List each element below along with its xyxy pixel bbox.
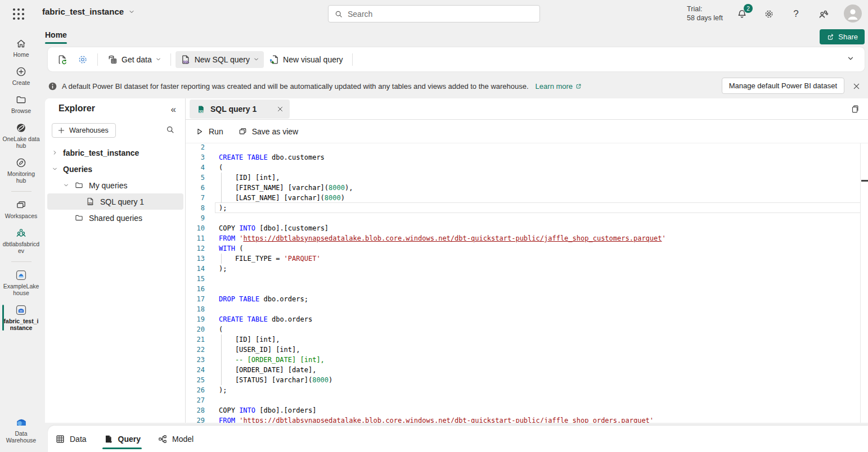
feedback-icon [817, 8, 829, 20]
copy-icon[interactable] [850, 104, 860, 114]
code-url-link[interactable]: https://dbtlabsynapsedatalake.blob.core.… [243, 417, 649, 423]
tab-sql-query-1[interactable]: SQL SQL query 1 [190, 100, 290, 119]
ribbon-tab-row: Home Share [0, 27, 868, 47]
rail-item-browse[interactable]: Browse [0, 90, 42, 118]
tab-home[interactable]: Home [45, 30, 67, 44]
share-icon [826, 33, 835, 41]
toolbar-expand-chevron[interactable] [847, 55, 854, 62]
rail-item-onelake-data-hub[interactable]: OneLake data hub [0, 118, 42, 153]
toolbar-divider [97, 53, 98, 66]
code-line [219, 274, 860, 284]
rail-item-monitoring-hub[interactable]: Monitoring hub [0, 153, 42, 188]
tree-item-sql-query-1[interactable]: SQLSQL query 1 [47, 193, 183, 210]
help-button[interactable]: ? [789, 7, 803, 21]
close-tab-icon[interactable] [276, 105, 284, 113]
question-icon: ? [793, 8, 798, 20]
tree-item-fabric-test-instance[interactable]: fabric_test_instance [45, 144, 186, 161]
rail-item-examplelakehouse[interactable]: ExampleLakehouse [0, 265, 42, 300]
data-grid-icon [55, 434, 65, 444]
query-tab-bar: SQL SQL query 1 [186, 98, 868, 120]
line-number: 26 [186, 385, 205, 395]
rail-item-label: OneLake data hub [2, 135, 40, 149]
banner-close-icon[interactable] [850, 80, 862, 92]
code-url-link[interactable]: https://dbtlabsynapsedatalake.blob.core.… [243, 234, 662, 242]
workspace-name: fabric_test_instance [42, 7, 124, 16]
rail-item-label: Home [13, 51, 29, 58]
rail-item-label: fabric_test_instance [2, 318, 40, 331]
chevron-right-icon[interactable] [51, 150, 59, 156]
rail-item-workspaces[interactable]: Workspaces [0, 195, 42, 223]
database-icon [107, 54, 118, 65]
chevron-down-icon[interactable] [51, 166, 59, 172]
account-avatar[interactable] [844, 4, 862, 22]
rail-item-home[interactable]: Home [0, 34, 42, 62]
sql-code-editor[interactable]: 2345678910111213141516171819202122232425… [186, 143, 868, 423]
new-warehouse-button[interactable]: Warehouses [52, 123, 116, 138]
rail-divider [11, 191, 32, 192]
line-number: 4 [186, 162, 205, 173]
search-input[interactable]: Search [328, 5, 540, 22]
search-icon [334, 10, 343, 19]
notifications-button[interactable]: 2 [735, 7, 749, 21]
line-number: 14 [186, 264, 205, 274]
sql-file-green-icon: SQL [196, 105, 206, 114]
rail-item-fabric-test-instance[interactable]: fabric_test_instance [0, 300, 42, 335]
tree-item-my-queries[interactable]: My queries [45, 177, 186, 193]
rail-item-label: Data Warehouse [2, 430, 40, 444]
query-command-bar: Run Save as view [186, 120, 868, 143]
new-sql-query-button[interactable]: SQL New SQL query [176, 51, 264, 68]
manage-default-dataset-button[interactable]: Manage default Power BI dataset [722, 78, 844, 94]
banner-message: A default Power BI dataset for faster re… [62, 82, 529, 91]
save-as-view-button[interactable]: Save as view [238, 126, 298, 136]
rail-item-data-warehouse[interactable]: Data Warehouse [0, 411, 42, 448]
workspace-switcher[interactable]: fabric_test_instance [42, 7, 135, 16]
view-switcher-bar: Data Query Model [48, 426, 868, 452]
line-number: 13 [186, 254, 205, 264]
chevron-down-icon[interactable] [62, 182, 70, 188]
trial-status: Trial: 58 days left [687, 4, 723, 22]
line-number: 7 [186, 193, 205, 203]
browse-icon [15, 94, 27, 106]
view-tab-query[interactable]: Query [104, 426, 141, 452]
line-number: 2 [186, 143, 205, 152]
collapse-panel-icon[interactable]: « [171, 104, 176, 115]
code-line: ( [219, 162, 860, 173]
rail-item-label: Workspaces [5, 213, 38, 219]
feedback-button[interactable] [816, 7, 830, 21]
rail-item-create[interactable]: Create [0, 62, 42, 90]
line-number: 22 [186, 345, 205, 355]
code-line [219, 213, 860, 223]
learn-more-link[interactable]: Learn more [536, 82, 582, 91]
gear-icon [763, 8, 775, 20]
new-visual-query-button[interactable]: New visual query [264, 51, 348, 68]
ribbon-toolbar: Get data SQL New SQL query New visual qu… [48, 47, 865, 71]
line-number: 19 [186, 314, 205, 324]
refresh-document-icon [57, 54, 68, 65]
line-number: 29 [186, 415, 205, 423]
line-number: 17 [186, 294, 205, 304]
tree-item-label: Shared queries [89, 214, 142, 223]
tree-item-label: SQL query 1 [100, 197, 144, 206]
view-tab-data[interactable]: Data [55, 426, 87, 452]
run-button[interactable]: Run [195, 127, 223, 136]
create-icon [15, 66, 27, 78]
code-line: -- [ORDER_DATE] [int], [219, 355, 860, 365]
tree-item-queries[interactable]: Queries [45, 161, 186, 177]
view-tab-model[interactable]: Model [158, 426, 194, 452]
code-line: FILE_TYPE = 'PARQUET' [219, 254, 860, 264]
plus-icon [57, 126, 65, 134]
share-button[interactable]: Share [820, 29, 865, 44]
sql-file-icon: SQL [86, 197, 95, 206]
app-launcher-icon[interactable] [12, 8, 25, 20]
tree-item-shared-queries[interactable]: Shared queries [45, 210, 186, 226]
code-line: [LAST_NAME] [varchar](8000) [219, 193, 860, 203]
settings-button[interactable] [762, 7, 776, 21]
explorer-search-icon[interactable] [165, 125, 175, 134]
svg-text:SQL: SQL [88, 202, 93, 205]
query-settings-button[interactable] [73, 51, 93, 68]
code-line [219, 143, 860, 152]
rail-item-dbtlabsfabricdev[interactable]: dbtlabsfabricdev [0, 223, 42, 258]
refresh-button[interactable] [52, 51, 73, 68]
code-line: COPY INTO [dbo].[orders] [219, 405, 860, 415]
get-data-button[interactable]: Get data [102, 51, 166, 68]
